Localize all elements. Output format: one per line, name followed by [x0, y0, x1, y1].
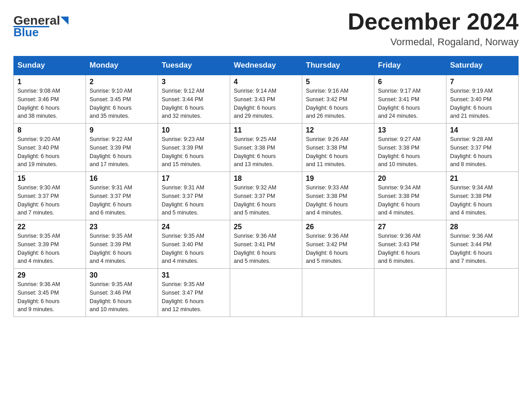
table-cell: 8 Sunrise: 9:20 AMSunset: 3:40 PMDayligh… — [14, 124, 86, 172]
col-tuesday: Tuesday — [158, 56, 230, 75]
table-cell: 3 Sunrise: 9:12 AMSunset: 3:44 PMDayligh… — [158, 75, 230, 124]
table-cell: 27 Sunrise: 9:36 AMSunset: 3:43 PMDaylig… — [374, 220, 446, 269]
table-cell: 29 Sunrise: 9:36 AMSunset: 3:45 PMDaylig… — [14, 269, 86, 317]
week-row-3: 15 Sunrise: 9:30 AMSunset: 3:37 PMDaylig… — [14, 172, 519, 220]
svg-marker-0 — [60, 17, 69, 25]
day-info: Sunrise: 9:10 AMSunset: 3:45 PMDaylight:… — [90, 88, 132, 119]
calendar-body: 1 Sunrise: 9:08 AMSunset: 3:46 PMDayligh… — [14, 75, 519, 317]
week-row-1: 1 Sunrise: 9:08 AMSunset: 3:46 PMDayligh… — [14, 75, 519, 124]
day-number: 6 — [378, 78, 442, 86]
day-info: Sunrise: 9:36 AMSunset: 3:41 PMDaylight:… — [234, 233, 276, 264]
day-number: 11 — [234, 126, 298, 134]
table-cell: 25 Sunrise: 9:36 AMSunset: 3:41 PMDaylig… — [230, 220, 302, 269]
logo-blue-text: Blue — [13, 26, 39, 39]
day-number: 5 — [306, 78, 370, 86]
logo-flag-icon — [60, 17, 69, 25]
logo: General Blue — [13, 9, 69, 39]
col-sunday: Sunday — [14, 56, 86, 75]
day-info: Sunrise: 9:31 AMSunset: 3:37 PMDaylight:… — [90, 184, 132, 216]
day-info: Sunrise: 9:22 AMSunset: 3:39 PMDaylight:… — [90, 136, 132, 167]
day-number: 8 — [17, 126, 82, 134]
day-number: 13 — [378, 126, 442, 134]
table-cell: 11 Sunrise: 9:25 AMSunset: 3:38 PMDaylig… — [230, 124, 302, 172]
table-cell: 1 Sunrise: 9:08 AMSunset: 3:46 PMDayligh… — [14, 75, 86, 124]
day-info: Sunrise: 9:12 AMSunset: 3:44 PMDaylight:… — [162, 88, 204, 119]
day-info: Sunrise: 9:33 AMSunset: 3:38 PMDaylight:… — [306, 184, 348, 216]
col-wednesday: Wednesday — [230, 56, 302, 75]
col-friday: Friday — [374, 56, 446, 75]
day-number: 22 — [17, 223, 82, 231]
day-number: 19 — [306, 175, 370, 183]
day-number: 1 — [17, 78, 82, 86]
table-cell: 22 Sunrise: 9:35 AMSunset: 3:39 PMDaylig… — [14, 220, 86, 269]
day-number: 24 — [162, 223, 226, 231]
table-cell — [446, 269, 519, 317]
table-cell: 28 Sunrise: 9:36 AMSunset: 3:44 PMDaylig… — [446, 220, 519, 269]
day-info: Sunrise: 9:27 AMSunset: 3:38 PMDaylight:… — [378, 136, 420, 167]
month-title: December 2024 — [348, 9, 519, 34]
day-number: 10 — [162, 126, 226, 134]
day-info: Sunrise: 9:19 AMSunset: 3:40 PMDaylight:… — [450, 88, 493, 119]
day-number: 7 — [450, 78, 515, 86]
table-cell — [230, 269, 302, 317]
day-info: Sunrise: 9:25 AMSunset: 3:38 PMDaylight:… — [234, 136, 276, 167]
table-cell: 14 Sunrise: 9:28 AMSunset: 3:37 PMDaylig… — [446, 124, 519, 172]
page-header: General Blue December 2024 Vormedal, Rog… — [13, 9, 519, 48]
day-number: 2 — [90, 78, 154, 86]
table-cell: 24 Sunrise: 9:35 AMSunset: 3:40 PMDaylig… — [158, 220, 230, 269]
day-info: Sunrise: 9:35 AMSunset: 3:40 PMDaylight:… — [162, 233, 204, 264]
day-info: Sunrise: 9:36 AMSunset: 3:44 PMDaylight:… — [450, 233, 493, 264]
day-number: 30 — [90, 271, 154, 279]
table-cell: 13 Sunrise: 9:27 AMSunset: 3:38 PMDaylig… — [374, 124, 446, 172]
table-cell: 20 Sunrise: 9:34 AMSunset: 3:38 PMDaylig… — [374, 172, 446, 220]
table-cell: 30 Sunrise: 9:35 AMSunset: 3:46 PMDaylig… — [86, 269, 158, 317]
day-number: 21 — [450, 175, 515, 183]
table-cell: 15 Sunrise: 9:30 AMSunset: 3:37 PMDaylig… — [14, 172, 86, 220]
day-info: Sunrise: 9:17 AMSunset: 3:41 PMDaylight:… — [378, 88, 420, 119]
table-cell: 6 Sunrise: 9:17 AMSunset: 3:41 PMDayligh… — [374, 75, 446, 124]
week-row-4: 22 Sunrise: 9:35 AMSunset: 3:39 PMDaylig… — [14, 220, 519, 269]
day-info: Sunrise: 9:08 AMSunset: 3:46 PMDaylight:… — [17, 88, 60, 119]
day-info: Sunrise: 9:14 AMSunset: 3:43 PMDaylight:… — [234, 88, 276, 119]
day-info: Sunrise: 9:36 AMSunset: 3:42 PMDaylight:… — [306, 233, 348, 264]
day-info: Sunrise: 9:36 AMSunset: 3:45 PMDaylight:… — [17, 281, 60, 313]
day-info: Sunrise: 9:26 AMSunset: 3:38 PMDaylight:… — [306, 136, 348, 167]
col-monday: Monday — [86, 56, 158, 75]
table-cell: 26 Sunrise: 9:36 AMSunset: 3:42 PMDaylig… — [302, 220, 374, 269]
day-number: 3 — [162, 78, 226, 86]
col-thursday: Thursday — [302, 56, 374, 75]
calendar-header-row: Sunday Monday Tuesday Wednesday Thursday… — [14, 56, 519, 75]
day-number: 18 — [234, 175, 298, 183]
table-cell: 19 Sunrise: 9:33 AMSunset: 3:38 PMDaylig… — [302, 172, 374, 220]
table-cell: 23 Sunrise: 9:35 AMSunset: 3:39 PMDaylig… — [86, 220, 158, 269]
week-row-5: 29 Sunrise: 9:36 AMSunset: 3:45 PMDaylig… — [14, 269, 519, 317]
calendar-table: Sunday Monday Tuesday Wednesday Thursday… — [13, 56, 519, 317]
table-cell: 21 Sunrise: 9:34 AMSunset: 3:38 PMDaylig… — [446, 172, 519, 220]
day-info: Sunrise: 9:30 AMSunset: 3:37 PMDaylight:… — [17, 184, 60, 216]
day-number: 20 — [378, 175, 442, 183]
day-info: Sunrise: 9:34 AMSunset: 3:38 PMDaylight:… — [378, 184, 420, 216]
day-number: 17 — [162, 175, 226, 183]
table-cell — [302, 269, 374, 317]
day-info: Sunrise: 9:32 AMSunset: 3:37 PMDaylight:… — [234, 184, 276, 216]
day-number: 15 — [17, 175, 82, 183]
table-cell: 9 Sunrise: 9:22 AMSunset: 3:39 PMDayligh… — [86, 124, 158, 172]
location-title: Vormedal, Rogaland, Norway — [348, 36, 519, 48]
day-number: 27 — [378, 223, 442, 231]
table-cell: 17 Sunrise: 9:31 AMSunset: 3:37 PMDaylig… — [158, 172, 230, 220]
table-cell: 2 Sunrise: 9:10 AMSunset: 3:45 PMDayligh… — [86, 75, 158, 124]
table-cell — [374, 269, 446, 317]
table-cell: 5 Sunrise: 9:16 AMSunset: 3:42 PMDayligh… — [302, 75, 374, 124]
table-cell: 7 Sunrise: 9:19 AMSunset: 3:40 PMDayligh… — [446, 75, 519, 124]
day-number: 26 — [306, 223, 370, 231]
calendar-title-area: December 2024 Vormedal, Rogaland, Norway — [348, 9, 519, 48]
day-info: Sunrise: 9:35 AMSunset: 3:39 PMDaylight:… — [17, 233, 60, 264]
day-number: 16 — [90, 175, 154, 183]
day-info: Sunrise: 9:35 AMSunset: 3:39 PMDaylight:… — [90, 233, 132, 264]
table-cell: 31 Sunrise: 9:35 AMSunset: 3:47 PMDaylig… — [158, 269, 230, 317]
day-number: 14 — [450, 126, 515, 134]
day-info: Sunrise: 9:23 AMSunset: 3:39 PMDaylight:… — [162, 136, 204, 167]
day-number: 12 — [306, 126, 370, 134]
table-cell: 18 Sunrise: 9:32 AMSunset: 3:37 PMDaylig… — [230, 172, 302, 220]
week-row-2: 8 Sunrise: 9:20 AMSunset: 3:40 PMDayligh… — [14, 124, 519, 172]
